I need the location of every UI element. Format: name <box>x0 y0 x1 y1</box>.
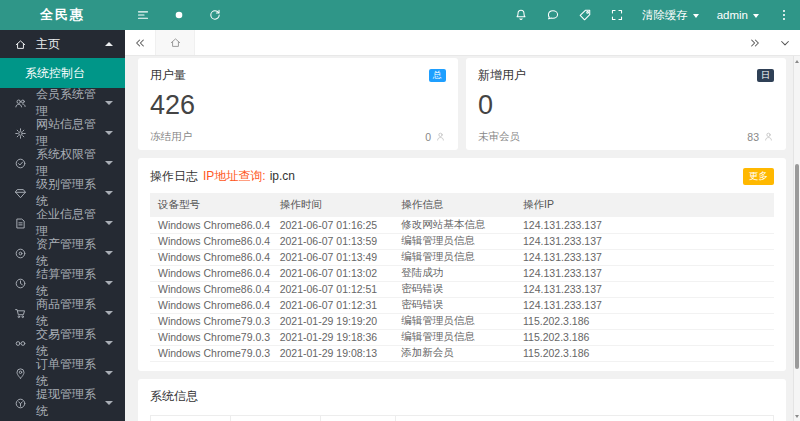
tab-home[interactable] <box>155 30 195 55</box>
ip-lookup-link[interactable]: IP地址查询: <box>203 168 266 185</box>
sidebar-item[interactable]: 交易管理系统 <box>0 328 125 358</box>
diamond-icon <box>13 186 27 200</box>
sidebar-item-home[interactable]: 主页 <box>0 30 125 58</box>
theme-dot-icon[interactable] <box>161 0 197 30</box>
caret-down-icon <box>105 371 113 379</box>
log-cell-device: Windows Chrome86.0.4 <box>150 265 272 281</box>
refresh-icon[interactable] <box>197 0 233 30</box>
sidebar-item-label: 网站信息管理 <box>36 116 105 150</box>
sidebar-item[interactable]: 结算管理系统 <box>0 268 125 298</box>
top-header: 清除缓存 admin <box>125 0 800 30</box>
scrollbar-thumb[interactable] <box>795 164 799 369</box>
log-cell-time: 2021-01-29 19:08:13 <box>272 345 394 361</box>
frozen-users-value: 0 <box>425 131 431 143</box>
new-users-badge[interactable]: 日 <box>757 69 774 82</box>
caret-down-icon <box>105 191 113 199</box>
log-cell-info: 编辑管理员信息 <box>393 249 515 265</box>
log-cell-info: 编辑管理员信息 <box>393 233 515 249</box>
sidebar-item[interactable]: 系统权限管理 <box>0 148 125 178</box>
log-cell-time: 2021-06-07 01:12:31 <box>272 297 394 313</box>
user-count-badge[interactable]: 总 <box>429 69 446 82</box>
log-cell-info: 添加新会员 <box>393 345 515 361</box>
users-icon <box>13 96 27 110</box>
tabs-menu-chevron-icon[interactable] <box>770 30 800 55</box>
sidebar-item[interactable]: 订单管理系统 <box>0 358 125 388</box>
sidebar-item-label: 企业信息管理 <box>36 206 105 240</box>
system-info-cell: 开发作者 <box>321 415 396 421</box>
more-options-icon[interactable] <box>768 0 800 30</box>
log-table-row: Windows Chrome86.0.4 2021-06-07 01:13:59… <box>150 233 774 249</box>
sidebar-item[interactable]: 企业信息管理 <box>0 208 125 238</box>
sidebar-item-label: 结算管理系统 <box>36 266 105 300</box>
caret-down-icon <box>105 131 113 139</box>
new-users-value: 0 <box>478 91 774 121</box>
log-cell-device: Windows Chrome86.0.4 <box>150 233 272 249</box>
sidebar-item-label: 级别管理系统 <box>36 176 105 210</box>
sidebar-item-label: 提现管理系统 <box>36 386 105 420</box>
log-header-row: 设备型号操作时间操作信息操作IP <box>150 193 774 217</box>
scrollbar-down-arrow-icon[interactable] <box>794 413 800 421</box>
fullscreen-icon[interactable] <box>601 0 633 30</box>
vertical-scrollbar[interactable] <box>793 56 800 421</box>
more-button[interactable]: 更多 <box>743 168 774 185</box>
check-circle-icon <box>13 156 27 170</box>
log-cell-info: 编辑管理员信息 <box>393 329 515 345</box>
log-table-row: Windows Chrome79.0.3 2021-01-29 19:08:13… <box>150 345 774 361</box>
log-cell-ip: 115.202.3.186 <box>515 329 774 345</box>
log-cell-ip: 115.202.3.186 <box>515 313 774 329</box>
infinity-icon <box>13 336 27 350</box>
clear-cache-dropdown[interactable]: 清除缓存 <box>633 0 708 30</box>
message-chat-icon[interactable] <box>537 0 569 30</box>
sidebar-home-label: 主页 <box>36 36 105 53</box>
log-table-row: Windows Chrome86.0.4 2021-06-07 01:13:49… <box>150 249 774 265</box>
home-icon <box>13 37 27 51</box>
tabs-scroll-left-icon[interactable] <box>125 30 155 55</box>
sidebar-item[interactable]: 会员系统管理 <box>0 88 125 118</box>
sidebar-item[interactable]: 提现管理系统 <box>0 388 125 418</box>
ip-domain-label: ip.cn <box>270 169 295 183</box>
notification-bell-icon[interactable] <box>505 0 537 30</box>
sidebar-item-label: 交易管理系统 <box>36 326 105 360</box>
log-cell-info: 编辑管理员信息 <box>393 313 515 329</box>
main-content: 用户量 总 426 冻结用户 0 新增用户 日 0 未审会员 <box>125 56 800 421</box>
clock-icon <box>13 276 27 290</box>
user-count-card: 用户量 总 426 冻结用户 0 <box>138 58 458 150</box>
log-cell-info: 修改网站基本信息 <box>393 217 515 233</box>
log-cell-info: 密码错误 <box>393 281 515 297</box>
log-cell-time: 2021-01-29 19:18:36 <box>272 329 394 345</box>
brand-logo[interactable]: 全民惠 <box>0 0 125 30</box>
tag-icon[interactable] <box>569 0 601 30</box>
log-cell-time: 2021-06-07 01:13:02 <box>272 265 394 281</box>
tab-bar <box>125 30 800 56</box>
new-users-card: 新增用户 日 0 未审会员 83 <box>466 58 786 150</box>
log-cell-device: Windows Chrome86.0.4 <box>150 217 272 233</box>
system-info-row: 当前版本 开发作者 <box>151 415 774 421</box>
user-dropdown[interactable]: admin <box>708 0 768 30</box>
tabs-scroll-right-icon[interactable] <box>740 30 770 55</box>
sidebar-item-console-active[interactable]: 系统控制台 <box>0 58 125 88</box>
caret-down-icon <box>693 14 699 21</box>
log-cell-device: Windows Chrome79.0.3 <box>150 345 272 361</box>
cart-icon <box>13 306 27 320</box>
person-icon <box>435 131 446 142</box>
sidebar-item[interactable]: 网站信息管理 <box>0 118 125 148</box>
log-cell-time: 2021-06-07 01:13:49 <box>272 249 394 265</box>
coin-icon <box>13 246 27 260</box>
scrollbar-up-arrow-icon[interactable] <box>794 56 800 64</box>
caret-down-icon <box>105 311 113 319</box>
collapse-menu-icon[interactable] <box>125 0 161 30</box>
sidebar-item-label: 订单管理系统 <box>36 356 105 390</box>
username-label: admin <box>717 9 748 21</box>
sidebar-item[interactable]: 资产管理系统 <box>0 238 125 268</box>
caret-down-icon <box>753 14 759 21</box>
unreviewed-members-label: 未审会员 <box>478 130 520 144</box>
log-cell-ip: 124.131.233.137 <box>515 297 774 313</box>
sidebar-item[interactable]: 商品管理系统 <box>0 298 125 328</box>
log-cell-ip: 124.131.233.137 <box>515 281 774 297</box>
operation-log-table: 设备型号操作时间操作信息操作IP Windows Chrome86.0.4 20… <box>150 193 774 362</box>
log-cell-ip: 124.131.233.137 <box>515 233 774 249</box>
log-cell-ip: 124.131.233.137 <box>515 265 774 281</box>
log-cell-ip: 124.131.233.137 <box>515 217 774 233</box>
sidebar-item[interactable]: 级别管理系统 <box>0 178 125 208</box>
log-cell-ip: 115.202.3.186 <box>515 345 774 361</box>
